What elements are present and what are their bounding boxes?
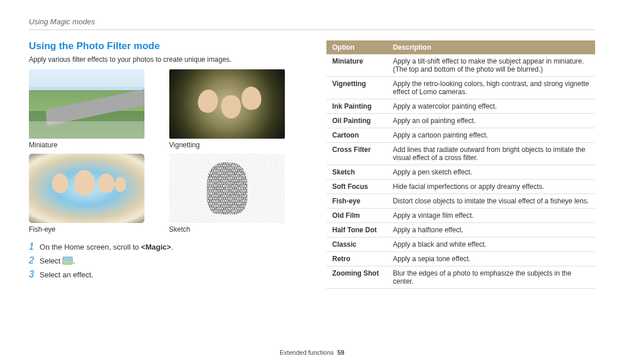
- thumb-vignetting-wrap: Vignetting: [169, 69, 298, 149]
- option-cell: Zooming Shot: [326, 266, 387, 289]
- option-cell: Classic: [326, 237, 387, 252]
- description-cell: Blur the edges of a photo to emphasize t…: [387, 266, 595, 289]
- option-cell: Sketch: [326, 165, 387, 180]
- option-cell: Old Film: [326, 209, 387, 223]
- table-row: ClassicApply a black and white effect.: [326, 237, 595, 252]
- thumb-miniature: [29, 69, 144, 139]
- step-number: 1: [29, 242, 34, 251]
- step-text: On the Home screen, scroll to: [40, 243, 142, 251]
- caption-sketch: Sketch: [169, 225, 298, 233]
- step-number: 2: [29, 255, 34, 265]
- description-cell: Apply an oil painting effect.: [387, 114, 595, 128]
- description-cell: Apply a halftone effect.: [387, 223, 595, 237]
- option-cell: Ink Painting: [326, 99, 387, 114]
- page-footer: Extended functions 59: [0, 349, 624, 356]
- thumb-sketch: [169, 154, 285, 223]
- thumb-fisheye-wrap: Fish-eye: [29, 154, 158, 233]
- section-label: Using Magic modes: [29, 17, 595, 26]
- steps-list: 1 On the Home screen, scroll to <Magic>.…: [29, 242, 298, 280]
- photo-filter-icon: [62, 257, 73, 265]
- description-cell: Apply the retro-looking colors, high con…: [387, 77, 595, 99]
- description-cell: Apply a pen sketch effect.: [387, 165, 595, 180]
- table-row: Soft FocusHide facial imperfections or a…: [326, 180, 595, 194]
- option-cell: Vignetting: [326, 77, 387, 99]
- page-number: 59: [337, 349, 344, 356]
- step-1: 1 On the Home screen, scroll to <Magic>.: [29, 242, 298, 252]
- divider: [29, 29, 595, 30]
- th-description: Description: [387, 40, 595, 54]
- table-row: Cross FilterAdd lines that radiate outwa…: [326, 143, 595, 165]
- thumb-sketch-wrap: Sketch: [169, 154, 298, 233]
- table-row: Old FilmApply a vintage film effect.: [326, 209, 595, 223]
- caption-fisheye: Fish-eye: [29, 225, 158, 233]
- step-text: Select: [40, 257, 63, 265]
- description-cell: Apply a watercolor painting effect.: [387, 99, 595, 114]
- options-table: Option Description MiniatureApply a tilt…: [326, 40, 595, 289]
- table-row: VignettingApply the retro-looking colors…: [326, 77, 595, 99]
- description-cell: Add lines that radiate outward from brig…: [387, 143, 595, 165]
- description-cell: Apply a cartoon painting effect.: [387, 128, 595, 143]
- footer-label: Extended functions: [280, 349, 334, 356]
- table-row: Fish-eyeDistort close objects to imitate…: [326, 194, 595, 209]
- intro-text: Apply various filter effects to your pho…: [29, 55, 298, 64]
- description-cell: Apply a black and white effect.: [387, 237, 595, 252]
- thumb-fisheye: [29, 154, 144, 223]
- option-cell: Half Tone Dot: [326, 223, 387, 237]
- table-row: Half Tone DotApply a halftone effect.: [326, 223, 595, 237]
- table-row: RetroApply a sepia tone effect.: [326, 252, 595, 266]
- description-cell: Distort close objects to imitate the vis…: [387, 194, 595, 209]
- description-cell: Apply a sepia tone effect.: [387, 252, 595, 266]
- th-option: Option: [326, 40, 387, 54]
- option-cell: Retro: [326, 252, 387, 266]
- photo-grid: Miniature Vignetting Fish-eye Sketch: [29, 69, 298, 233]
- description-cell: Apply a vintage film effect.: [387, 209, 595, 223]
- caption-vignetting: Vignetting: [169, 141, 298, 149]
- page-title: Using the Photo Filter mode: [29, 40, 298, 52]
- left-column: Using the Photo Filter mode Apply variou…: [29, 40, 298, 289]
- option-cell: Cartoon: [326, 128, 387, 143]
- option-cell: Soft Focus: [326, 180, 387, 194]
- table-row: SketchApply a pen sketch effect.: [326, 165, 595, 180]
- right-column: Option Description MiniatureApply a tilt…: [326, 40, 595, 289]
- caption-miniature: Miniature: [29, 141, 158, 149]
- description-cell: Hide facial imperfections or apply dream…: [387, 180, 595, 194]
- description-cell: Apply a tilt-shift effect to make the su…: [387, 54, 595, 77]
- step-2: 2 Select .: [29, 255, 298, 266]
- option-cell: Fish-eye: [326, 194, 387, 209]
- table-row: Zooming ShotBlur the edges of a photo to…: [326, 266, 595, 289]
- thumb-vignetting: [169, 69, 285, 139]
- table-row: Oil PaintingApply an oil painting effect…: [326, 114, 595, 128]
- table-row: MiniatureApply a tilt-shift effect to ma…: [326, 54, 595, 77]
- option-cell: Cross Filter: [326, 143, 387, 165]
- table-row: CartoonApply a cartoon painting effect.: [326, 128, 595, 143]
- step-number: 3: [29, 269, 34, 279]
- table-row: Ink PaintingApply a watercolor painting …: [326, 99, 595, 114]
- step-3: 3 Select an effect.: [29, 269, 298, 280]
- step-text: Select an effect.: [40, 270, 94, 279]
- thumb-miniature-wrap: Miniature: [29, 69, 158, 149]
- option-cell: Oil Painting: [326, 114, 387, 128]
- step-bold: <Magic>: [141, 243, 171, 251]
- option-cell: Miniature: [326, 54, 387, 77]
